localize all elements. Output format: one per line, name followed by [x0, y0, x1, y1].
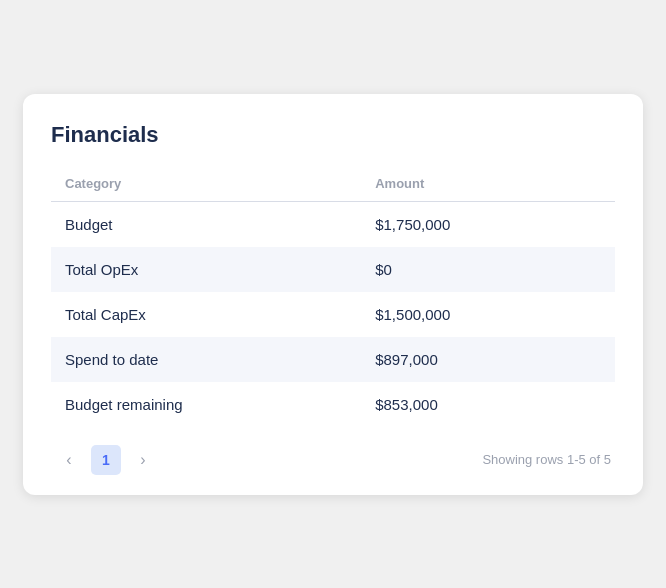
cell-category: Total CapEx [51, 292, 361, 337]
current-page-indicator: 1 [91, 445, 121, 475]
column-header-amount: Amount [361, 168, 615, 202]
pagination: ‹ 1 › Showing rows 1-5 of 5 [51, 445, 615, 475]
cell-amount: $853,000 [361, 382, 615, 427]
pagination-info: Showing rows 1-5 of 5 [482, 452, 611, 467]
table-row: Total CapEx$1,500,000 [51, 292, 615, 337]
prev-page-button[interactable]: ‹ [55, 446, 83, 474]
table-row: Budget$1,750,000 [51, 201, 615, 247]
table-row: Total OpEx$0 [51, 247, 615, 292]
cell-category: Budget [51, 201, 361, 247]
card-title: Financials [51, 122, 615, 148]
table-row: Spend to date$897,000 [51, 337, 615, 382]
cell-amount: $1,500,000 [361, 292, 615, 337]
table-row: Budget remaining$853,000 [51, 382, 615, 427]
financials-table: Category Amount Budget$1,750,000Total Op… [51, 168, 615, 427]
cell-category: Spend to date [51, 337, 361, 382]
pagination-controls: ‹ 1 › [55, 445, 157, 475]
cell-category: Total OpEx [51, 247, 361, 292]
cell-category: Budget remaining [51, 382, 361, 427]
cell-amount: $0 [361, 247, 615, 292]
financials-card: Financials Category Amount Budget$1,750,… [23, 94, 643, 495]
cell-amount: $1,750,000 [361, 201, 615, 247]
cell-amount: $897,000 [361, 337, 615, 382]
next-page-button[interactable]: › [129, 446, 157, 474]
column-header-category: Category [51, 168, 361, 202]
